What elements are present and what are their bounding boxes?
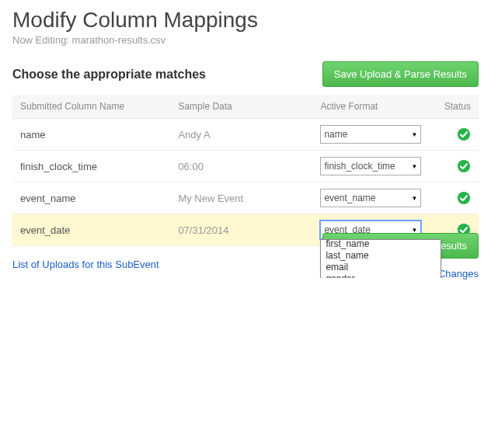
- th-status: Status: [431, 95, 479, 119]
- col-format: event_datefirst_namelast_nameemailgender…: [312, 214, 431, 246]
- format-select[interactable]: finish_clock_time: [320, 157, 421, 175]
- table-row: event_nameMy New Eventevent_name: [12, 182, 479, 214]
- dropdown-option[interactable]: first_name: [321, 239, 441, 250]
- check-icon: [457, 127, 471, 141]
- col-status: [431, 182, 479, 214]
- th-submitted: Submitted Column Name: [12, 95, 170, 119]
- col-sample: 07/31/2014: [170, 214, 312, 246]
- section-title: Choose the appropriate matches: [12, 68, 206, 82]
- format-select[interactable]: name: [320, 125, 421, 144]
- table-row: finish_clock_time06:00finish_clock_time: [12, 151, 479, 182]
- format-dropdown[interactable]: first_namelast_nameemailgenderagecitysta…: [320, 239, 441, 278]
- table-row: nameAndy Aname: [12, 119, 479, 151]
- col-status: [431, 119, 479, 151]
- page-title: Modify Column Mappings: [12, 8, 479, 33]
- dropdown-option[interactable]: email: [321, 262, 441, 273]
- check-icon: [457, 159, 471, 173]
- mapping-table: Submitted Column Name Sample Data Active…: [12, 95, 479, 246]
- col-format: name: [312, 119, 431, 151]
- col-format: finish_clock_time: [312, 151, 431, 182]
- check-icon: [457, 191, 471, 205]
- col-sample: My New Event: [170, 182, 312, 214]
- format-select[interactable]: event_name: [320, 189, 421, 207]
- subtitle: Now Editing: marathon-results.csv: [12, 34, 479, 46]
- col-submitted: event_date: [12, 214, 170, 246]
- col-submitted: name: [12, 119, 170, 151]
- th-format: Active Format: [312, 95, 431, 119]
- col-submitted: finish_clock_time: [12, 151, 170, 182]
- dropdown-option[interactable]: last_name: [321, 250, 441, 262]
- dropdown-option[interactable]: gender: [321, 273, 441, 278]
- uploads-link[interactable]: List of Uploads for this SubEvent: [12, 259, 159, 270]
- save-button[interactable]: Save Upload & Parse Results: [322, 61, 479, 87]
- table-row: event_date07/31/2014event_datefirst_name…: [12, 214, 479, 246]
- col-status: [431, 151, 479, 182]
- col-sample: 06:00: [170, 151, 312, 182]
- col-format: event_name: [312, 182, 431, 214]
- col-submitted: event_name: [12, 182, 170, 214]
- col-sample: Andy A: [170, 119, 312, 151]
- th-sample: Sample Data: [170, 95, 312, 119]
